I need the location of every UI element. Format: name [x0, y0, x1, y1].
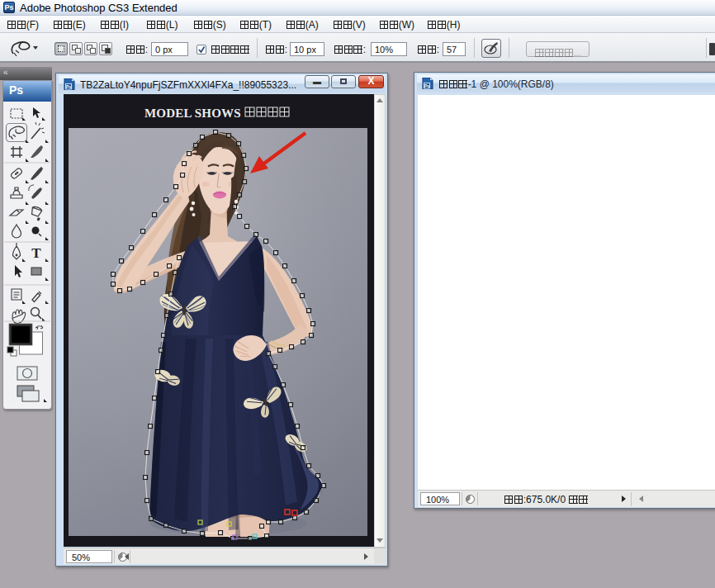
- svg-text:Ps: Ps: [66, 84, 72, 89]
- svg-text:MODEL SHOWS: MODEL SHOWS: [144, 107, 241, 120]
- svg-text:Ps: Ps: [424, 83, 430, 88]
- svg-text:T: T: [31, 245, 41, 261]
